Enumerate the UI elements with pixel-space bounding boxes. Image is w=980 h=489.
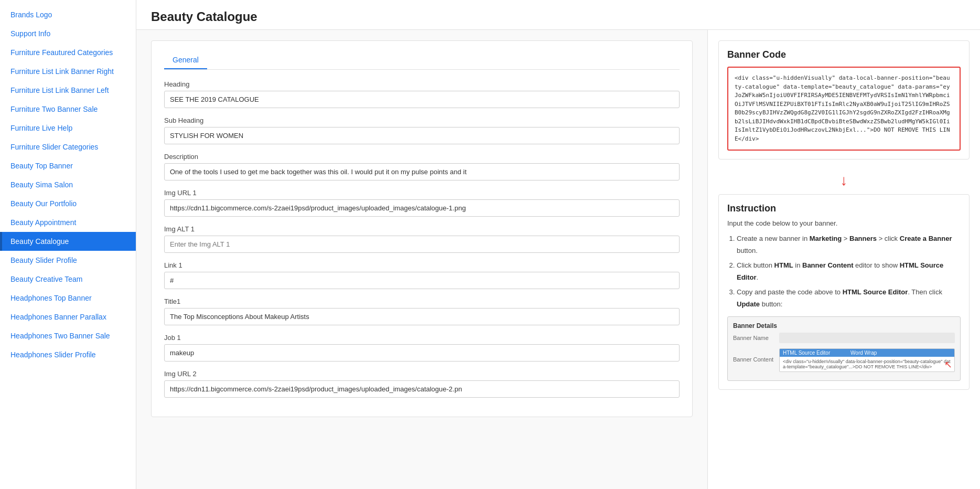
instruction-intro: Input the code below to your banner.: [727, 219, 961, 227]
imgurl1-group: Img URL 1: [164, 189, 680, 217]
job1-input[interactable]: [164, 344, 680, 362]
sidebar-item[interactable]: Headphones Banner Parallax: [0, 307, 136, 326]
job1-group: Job 1: [164, 334, 680, 362]
banner-code-section: Banner Code <div class="u-hiddenVisually…: [718, 40, 970, 160]
instruction-steps: Create a new banner in Marketing > Banne…: [727, 232, 961, 310]
sidebar-item[interactable]: Furniture List Link Banner Left: [0, 81, 136, 100]
imgurl1-input[interactable]: [164, 199, 680, 217]
imgurl2-group: Img URL 2: [164, 370, 680, 398]
imgurl1-label: Img URL 1: [164, 189, 680, 197]
description-input[interactable]: [164, 163, 680, 180]
preview-content-row: Banner Content HTML Source Editor Word W…: [733, 346, 955, 372]
editor-header: HTML Source Editor Word Wrap: [780, 349, 954, 357]
sidebar-item[interactable]: Beauty Our Portfolio: [0, 194, 136, 213]
title1-label: Title1: [164, 297, 680, 305]
sidebar-item[interactable]: Beauty Sima Salon: [0, 175, 136, 194]
form-panel: General Heading Sub Heading Description …: [136, 30, 707, 489]
sidebar-item[interactable]: Support Info: [0, 24, 136, 43]
instruction-section: Instruction Input the code below to your…: [718, 194, 970, 390]
sidebar-item[interactable]: Brands Logo: [0, 5, 136, 24]
preview-name-label: Banner Name: [733, 335, 775, 341]
cursor-arrow-icon: ↖: [944, 359, 952, 370]
editor-body: <div class="u-hiddenVisually" data-local…: [780, 357, 954, 371]
description-group: Description: [164, 153, 680, 180]
sidebar-item[interactable]: Beauty Top Banner: [0, 156, 136, 175]
banner-preview-box: Banner Details Banner Name Banner Conten…: [727, 316, 961, 381]
sidebar-item[interactable]: Furniture Feautured Categories: [0, 43, 136, 62]
banner-code-box[interactable]: <div class="u-hiddenVisually" data-local…: [727, 67, 961, 151]
page-title: Beauty Catalogue: [151, 9, 965, 24]
subheading-input[interactable]: [164, 127, 680, 144]
preview-content-label: Banner Content: [733, 356, 775, 363]
sidebar-item[interactable]: Furniture Live Help: [0, 119, 136, 137]
sidebar-item[interactable]: Headphones Top Banner: [0, 289, 136, 307]
instruction-step-2: Click button HTML in Banner Content edit…: [737, 259, 961, 284]
sidebar-item[interactable]: Furniture Slider Categories: [0, 137, 136, 156]
instruction-step-1: Create a new banner in Marketing > Banne…: [737, 232, 961, 257]
banner-code-title: Banner Code: [727, 49, 961, 60]
heading-input[interactable]: [164, 91, 680, 108]
imgalt1-label: Img ALT 1: [164, 225, 680, 233]
title1-input[interactable]: [164, 308, 680, 325]
arrow-down-icon: ↓: [718, 172, 970, 189]
description-label: Description: [164, 153, 680, 161]
link1-label: Link 1: [164, 261, 680, 269]
tab-general[interactable]: General: [164, 51, 207, 69]
preview-name-row: Banner Name: [733, 333, 955, 343]
content-area: General Heading Sub Heading Description …: [136, 30, 980, 489]
instruction-title: Instruction: [727, 203, 961, 214]
subheading-group: Sub Heading: [164, 116, 680, 144]
right-panel: Banner Code <div class="u-hiddenVisually…: [707, 30, 980, 489]
page-header: Beauty Catalogue: [136, 0, 980, 30]
imgalt1-input[interactable]: [164, 236, 680, 253]
heading-group: Heading: [164, 80, 680, 108]
link1-input[interactable]: [164, 272, 680, 289]
instruction-step-3: Copy and paste the code above to HTML So…: [737, 286, 961, 311]
sidebar-item[interactable]: Furniture List Link Banner Right: [0, 62, 136, 81]
sidebar-item[interactable]: Beauty Slider Profile: [0, 251, 136, 270]
sidebar-item[interactable]: Headphones Slider Profile: [0, 345, 136, 364]
preview-title: Banner Details: [733, 322, 955, 329]
sidebar-item[interactable]: Beauty Appointment: [0, 213, 136, 232]
link1-group: Link 1: [164, 261, 680, 289]
preview-editor-area: HTML Source Editor Word Wrap <div class=…: [779, 348, 955, 372]
job1-label: Job 1: [164, 334, 680, 342]
heading-label: Heading: [164, 80, 680, 88]
preview-name-field: [779, 333, 955, 343]
main-content: Beauty Catalogue General Heading Sub Hea…: [136, 0, 980, 489]
sidebar: Brands LogoSupport InfoFurniture Feautur…: [0, 0, 136, 489]
sidebar-item[interactable]: Furniture Two Banner Sale: [0, 100, 136, 119]
sidebar-item[interactable]: Beauty Creative Team: [0, 270, 136, 289]
subheading-label: Sub Heading: [164, 116, 680, 124]
sidebar-item[interactable]: Headphones Two Banner Sale: [0, 326, 136, 345]
tab-bar: General: [164, 51, 680, 70]
sidebar-item[interactable]: Beauty Catalogue: [0, 232, 136, 251]
title1-group: Title1: [164, 297, 680, 325]
imgalt1-group: Img ALT 1: [164, 225, 680, 253]
imgurl2-label: Img URL 2: [164, 370, 680, 378]
form-card: General Heading Sub Heading Description …: [151, 40, 693, 417]
imgurl2-input[interactable]: [164, 380, 680, 398]
